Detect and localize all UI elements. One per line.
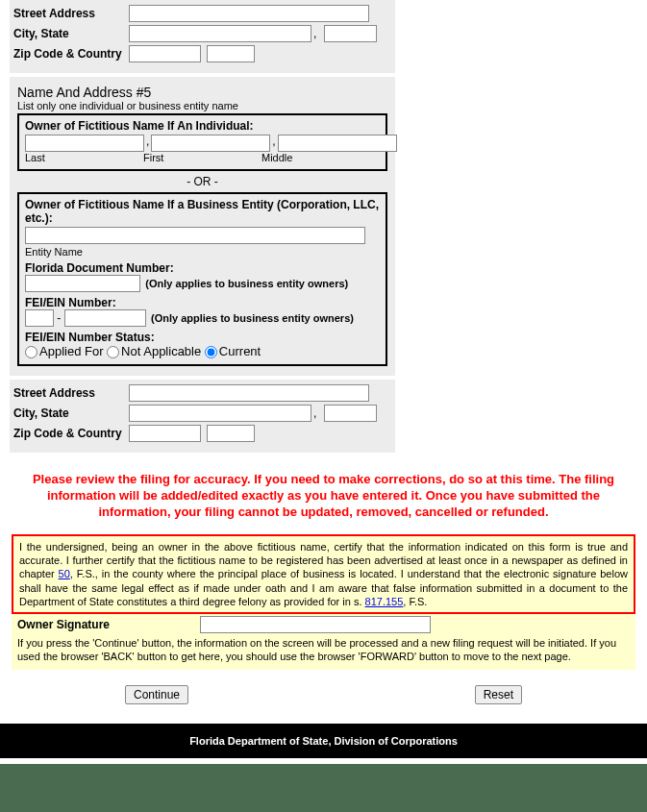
owner-entity-heading: Owner of Fictitious Name If a Business E… [25, 198, 380, 225]
fei-status-label: FEI/EIN Number Status: [25, 331, 380, 344]
city-state-label: City, State [13, 27, 129, 40]
street-label-5: Street Address [13, 386, 129, 400]
signature-input[interactable] [200, 616, 431, 633]
signature-row: Owner Signature [12, 614, 635, 635]
street-input[interactable] [129, 5, 369, 22]
fl-doc-help: (Only applies to business entity owners) [145, 278, 348, 289]
zip-input[interactable] [129, 45, 201, 62]
link-chapter-50[interactable]: 50 [59, 568, 70, 579]
fei-help: (Only applies to business entity owners) [151, 312, 354, 324]
review-notice: Please review the filing for accuracy. I… [17, 472, 630, 521]
city-input-5[interactable] [129, 405, 311, 422]
owner-individual-box: Owner of Fictitious Name If An Individua… [17, 113, 387, 171]
street-input-5[interactable] [129, 384, 369, 402]
state-input[interactable] [324, 25, 377, 42]
first-label: First [143, 152, 261, 163]
zip-country-label-5: Zip Code & Country [13, 427, 129, 440]
fei-label: FEI/EIN Number: [25, 296, 380, 309]
footer-bar: Florida Department of State, Division of… [0, 724, 647, 758]
last-label: Last [25, 152, 143, 163]
address-block-5: Street Address City, State , Zip Code & … [10, 380, 395, 453]
zip-input-5[interactable] [129, 425, 201, 442]
or-separator: - OR - [13, 175, 391, 188]
section-5-title: Name And Address #5 [17, 85, 387, 100]
radio-current[interactable]: Current [205, 344, 261, 358]
middle-name-input[interactable] [278, 135, 397, 152]
fei-input-1[interactable] [25, 309, 54, 327]
entity-name-input[interactable] [25, 227, 365, 244]
address-block-4: Street Address City, State , Zip Code & … [10, 0, 395, 73]
last-name-input[interactable] [25, 135, 144, 152]
first-name-input[interactable] [151, 135, 270, 152]
radio-not-applicable[interactable]: Not Applicable [107, 344, 201, 358]
section-5-sub: List only one individual or business ent… [17, 100, 387, 111]
fl-doc-label: Florida Document Number: [25, 261, 380, 275]
radio-applied-for[interactable]: Applied For [25, 344, 103, 358]
owner-individual-heading: Owner of Fictitious Name If An Individua… [25, 119, 380, 133]
fl-doc-input[interactable] [25, 275, 140, 292]
state-input-5[interactable] [324, 405, 377, 422]
middle-label: Middle [261, 152, 380, 163]
city-state-label-5: City, State [13, 406, 129, 420]
owner-entity-box: Owner of Fictitious Name If a Business E… [17, 192, 387, 366]
fei-input-2[interactable] [64, 309, 146, 327]
certification-box: I the undersigned, being an owner in the… [12, 534, 635, 614]
country-input[interactable] [207, 45, 255, 62]
continue-button[interactable]: Continue [125, 685, 188, 704]
link-817-155[interactable]: 817.155 [365, 596, 404, 607]
zip-country-label: Zip Code & Country [13, 47, 129, 61]
signature-label: Owner Signature [17, 618, 200, 631]
city-input[interactable] [129, 25, 311, 42]
country-input-5[interactable] [207, 425, 255, 442]
reset-button[interactable]: Reset [475, 685, 522, 704]
entity-name-label: Entity Name [25, 246, 380, 258]
street-label: Street Address [13, 7, 129, 20]
owner-section-5: Name And Address #5 List only one indivi… [10, 77, 395, 376]
continue-note: If you press the 'Continue' button, the … [12, 635, 635, 670]
green-footer [0, 764, 647, 812]
